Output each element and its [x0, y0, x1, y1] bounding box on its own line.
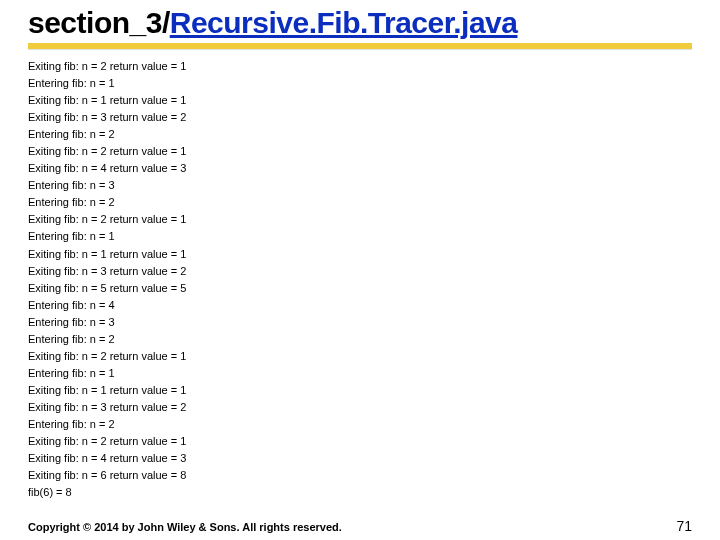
title-bar: section_3/Recursive.Fib.Tracer.java — [0, 0, 720, 39]
page-title: section_3/Recursive.Fib.Tracer.java — [28, 6, 692, 39]
trace-line: Entering fib: n = 2 — [28, 416, 692, 433]
page-number: 71 — [676, 518, 692, 534]
trace-line: Exiting fib: n = 1 return value = 1 — [28, 246, 692, 263]
trace-line: Entering fib: n = 1 — [28, 75, 692, 92]
trace-line: Exiting fib: n = 1 return value = 1 — [28, 382, 692, 399]
trace-line: Exiting fib: n = 4 return value = 3 — [28, 160, 692, 177]
trace-line: Exiting fib: n = 2 return value = 1 — [28, 58, 692, 75]
footer: Copyright © 2014 by John Wiley & Sons. A… — [28, 518, 692, 534]
trace-line: fib(6) = 8 — [28, 484, 692, 501]
trace-line: Exiting fib: n = 2 return value = 1 — [28, 348, 692, 365]
trace-line: Entering fib: n = 3 — [28, 314, 692, 331]
trace-output: Exiting fib: n = 2 return value = 1Enter… — [0, 58, 720, 501]
trace-line: Entering fib: n = 2 — [28, 331, 692, 348]
trace-line: Entering fib: n = 1 — [28, 365, 692, 382]
trace-line: Exiting fib: n = 5 return value = 5 — [28, 280, 692, 297]
title-divider — [28, 43, 692, 50]
trace-line: Entering fib: n = 2 — [28, 194, 692, 211]
trace-line: Entering fib: n = 2 — [28, 126, 692, 143]
title-prefix: section_3/ — [28, 6, 170, 39]
trace-line: Exiting fib: n = 3 return value = 2 — [28, 263, 692, 280]
trace-line: Exiting fib: n = 4 return value = 3 — [28, 450, 692, 467]
title-link[interactable]: Recursive.Fib.Tracer.java — [170, 6, 518, 39]
trace-line: Entering fib: n = 1 — [28, 228, 692, 245]
trace-line: Exiting fib: n = 2 return value = 1 — [28, 433, 692, 450]
trace-line: Exiting fib: n = 2 return value = 1 — [28, 143, 692, 160]
trace-line: Exiting fib: n = 3 return value = 2 — [28, 109, 692, 126]
trace-line: Exiting fib: n = 6 return value = 8 — [28, 467, 692, 484]
trace-line: Entering fib: n = 3 — [28, 177, 692, 194]
copyright-text: Copyright © 2014 by John Wiley & Sons. A… — [28, 521, 342, 533]
trace-line: Entering fib: n = 4 — [28, 297, 692, 314]
trace-line: Exiting fib: n = 2 return value = 1 — [28, 211, 692, 228]
trace-line: Exiting fib: n = 3 return value = 2 — [28, 399, 692, 416]
trace-line: Exiting fib: n = 1 return value = 1 — [28, 92, 692, 109]
